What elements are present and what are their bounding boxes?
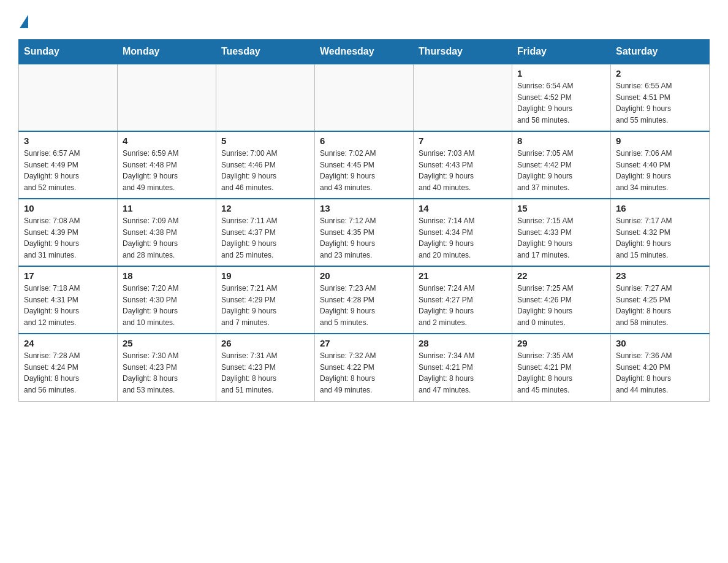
- day-number: 7: [419, 136, 507, 146]
- day-info: Sunrise: 7:27 AMSunset: 4:25 PMDaylight:…: [616, 283, 704, 328]
- day-number: 6: [320, 136, 408, 146]
- logo-triangle-icon: [20, 15, 28, 28]
- week-row-4: 17Sunrise: 7:18 AMSunset: 4:31 PMDayligh…: [19, 266, 710, 334]
- day-number: 19: [221, 270, 309, 281]
- calendar-cell: 15Sunrise: 7:15 AMSunset: 4:33 PMDayligh…: [512, 199, 611, 266]
- day-number: 3: [24, 136, 112, 146]
- day-info: Sunrise: 7:14 AMSunset: 4:34 PMDaylight:…: [419, 215, 507, 261]
- day-info: Sunrise: 7:30 AMSunset: 4:23 PMDaylight:…: [123, 350, 211, 396]
- day-info: Sunrise: 7:32 AMSunset: 4:22 PMDaylight:…: [320, 350, 408, 396]
- day-info: Sunrise: 7:06 AMSunset: 4:40 PMDaylight:…: [616, 148, 704, 193]
- calendar-cell: 12Sunrise: 7:11 AMSunset: 4:37 PMDayligh…: [216, 199, 315, 266]
- day-info: Sunrise: 7:24 AMSunset: 4:27 PMDaylight:…: [419, 283, 507, 328]
- week-row-1: 1Sunrise: 6:54 AMSunset: 4:52 PMDaylight…: [19, 64, 710, 131]
- calendar-cell: 3Sunrise: 6:57 AMSunset: 4:49 PMDaylight…: [19, 131, 118, 199]
- calendar-cell: 7Sunrise: 7:03 AMSunset: 4:43 PMDaylight…: [414, 131, 512, 199]
- calendar-cell: 27Sunrise: 7:32 AMSunset: 4:22 PMDayligh…: [315, 334, 414, 401]
- weekday-header-sunday: Sunday: [19, 40, 118, 64]
- day-info: Sunrise: 7:36 AMSunset: 4:20 PMDaylight:…: [616, 350, 704, 396]
- day-number: 16: [616, 203, 704, 213]
- day-info: Sunrise: 7:31 AMSunset: 4:23 PMDaylight:…: [221, 350, 309, 396]
- week-row-3: 10Sunrise: 7:08 AMSunset: 4:39 PMDayligh…: [19, 199, 710, 266]
- calendar-cell: 5Sunrise: 7:00 AMSunset: 4:46 PMDaylight…: [216, 131, 315, 199]
- calendar-cell: 23Sunrise: 7:27 AMSunset: 4:25 PMDayligh…: [611, 266, 710, 334]
- day-info: Sunrise: 7:35 AMSunset: 4:21 PMDaylight:…: [517, 350, 605, 396]
- day-info: Sunrise: 7:21 AMSunset: 4:29 PMDaylight:…: [221, 283, 309, 328]
- day-number: 24: [24, 338, 112, 348]
- weekday-header-thursday: Thursday: [414, 40, 512, 64]
- weekday-header-wednesday: Wednesday: [315, 40, 414, 64]
- week-row-2: 3Sunrise: 6:57 AMSunset: 4:49 PMDaylight…: [19, 131, 710, 199]
- calendar-cell: 13Sunrise: 7:12 AMSunset: 4:35 PMDayligh…: [315, 199, 414, 266]
- day-info: Sunrise: 6:54 AMSunset: 4:52 PMDaylight:…: [517, 80, 605, 126]
- day-number: 27: [320, 338, 408, 348]
- day-number: 23: [616, 270, 704, 281]
- calendar-cell: 6Sunrise: 7:02 AMSunset: 4:45 PMDaylight…: [315, 131, 414, 199]
- week-row-5: 24Sunrise: 7:28 AMSunset: 4:24 PMDayligh…: [19, 334, 710, 401]
- day-info: Sunrise: 6:55 AMSunset: 4:51 PMDaylight:…: [616, 80, 704, 126]
- day-number: 28: [419, 338, 507, 348]
- calendar-cell: [414, 64, 512, 131]
- day-number: 14: [419, 203, 507, 213]
- weekday-header-saturday: Saturday: [611, 40, 710, 64]
- day-number: 11: [123, 203, 211, 213]
- calendar-cell: [315, 64, 414, 131]
- calendar-cell: [118, 64, 216, 131]
- day-number: 29: [517, 338, 605, 348]
- calendar-cell: 25Sunrise: 7:30 AMSunset: 4:23 PMDayligh…: [118, 334, 216, 401]
- day-number: 8: [517, 136, 605, 146]
- day-info: Sunrise: 7:28 AMSunset: 4:24 PMDaylight:…: [24, 350, 112, 396]
- calendar-table: SundayMondayTuesdayWednesdayThursdayFrid…: [18, 39, 710, 402]
- calendar-cell: [19, 64, 118, 131]
- weekday-header-friday: Friday: [512, 40, 611, 64]
- calendar-cell: 11Sunrise: 7:09 AMSunset: 4:38 PMDayligh…: [118, 199, 216, 266]
- day-info: Sunrise: 7:09 AMSunset: 4:38 PMDaylight:…: [123, 215, 211, 261]
- calendar-cell: 18Sunrise: 7:20 AMSunset: 4:30 PMDayligh…: [118, 266, 216, 334]
- day-number: 10: [24, 203, 112, 213]
- day-number: 12: [221, 203, 309, 213]
- weekday-header-row: SundayMondayTuesdayWednesdayThursdayFrid…: [19, 40, 710, 64]
- calendar-cell: 17Sunrise: 7:18 AMSunset: 4:31 PMDayligh…: [19, 266, 118, 334]
- day-info: Sunrise: 7:00 AMSunset: 4:46 PMDaylight:…: [221, 148, 309, 193]
- logo: [18, 12, 28, 28]
- day-number: 2: [616, 68, 704, 79]
- day-info: Sunrise: 7:03 AMSunset: 4:43 PMDaylight:…: [419, 148, 507, 193]
- calendar-cell: 16Sunrise: 7:17 AMSunset: 4:32 PMDayligh…: [611, 199, 710, 266]
- day-number: 20: [320, 270, 408, 281]
- calendar-cell: 24Sunrise: 7:28 AMSunset: 4:24 PMDayligh…: [19, 334, 118, 401]
- day-number: 15: [517, 203, 605, 213]
- calendar-cell: 29Sunrise: 7:35 AMSunset: 4:21 PMDayligh…: [512, 334, 611, 401]
- calendar-cell: 4Sunrise: 6:59 AMSunset: 4:48 PMDaylight…: [118, 131, 216, 199]
- day-info: Sunrise: 7:23 AMSunset: 4:28 PMDaylight:…: [320, 283, 408, 328]
- calendar-cell: 20Sunrise: 7:23 AMSunset: 4:28 PMDayligh…: [315, 266, 414, 334]
- day-info: Sunrise: 7:18 AMSunset: 4:31 PMDaylight:…: [24, 283, 112, 328]
- day-info: Sunrise: 7:12 AMSunset: 4:35 PMDaylight:…: [320, 215, 408, 261]
- calendar-cell: 9Sunrise: 7:06 AMSunset: 4:40 PMDaylight…: [611, 131, 710, 199]
- calendar-cell: 19Sunrise: 7:21 AMSunset: 4:29 PMDayligh…: [216, 266, 315, 334]
- calendar-cell: [216, 64, 315, 131]
- day-info: Sunrise: 7:05 AMSunset: 4:42 PMDaylight:…: [517, 148, 605, 193]
- calendar-cell: 8Sunrise: 7:05 AMSunset: 4:42 PMDaylight…: [512, 131, 611, 199]
- day-number: 22: [517, 270, 605, 281]
- day-info: Sunrise: 7:15 AMSunset: 4:33 PMDaylight:…: [517, 215, 605, 261]
- day-number: 4: [123, 136, 211, 146]
- day-info: Sunrise: 6:57 AMSunset: 4:49 PMDaylight:…: [24, 148, 112, 193]
- calendar-cell: 10Sunrise: 7:08 AMSunset: 4:39 PMDayligh…: [19, 199, 118, 266]
- page-header: [18, 12, 710, 28]
- day-number: 13: [320, 203, 408, 213]
- calendar-cell: 28Sunrise: 7:34 AMSunset: 4:21 PMDayligh…: [414, 334, 512, 401]
- day-number: 17: [24, 270, 112, 281]
- day-info: Sunrise: 6:59 AMSunset: 4:48 PMDaylight:…: [123, 148, 211, 193]
- day-number: 21: [419, 270, 507, 281]
- day-number: 30: [616, 338, 704, 348]
- day-info: Sunrise: 7:34 AMSunset: 4:21 PMDaylight:…: [419, 350, 507, 396]
- day-info: Sunrise: 7:25 AMSunset: 4:26 PMDaylight:…: [517, 283, 605, 328]
- calendar-cell: 26Sunrise: 7:31 AMSunset: 4:23 PMDayligh…: [216, 334, 315, 401]
- calendar-cell: 14Sunrise: 7:14 AMSunset: 4:34 PMDayligh…: [414, 199, 512, 266]
- day-info: Sunrise: 7:20 AMSunset: 4:30 PMDaylight:…: [123, 283, 211, 328]
- weekday-header-tuesday: Tuesday: [216, 40, 315, 64]
- day-info: Sunrise: 7:02 AMSunset: 4:45 PMDaylight:…: [320, 148, 408, 193]
- calendar-cell: 1Sunrise: 6:54 AMSunset: 4:52 PMDaylight…: [512, 64, 611, 131]
- day-info: Sunrise: 7:08 AMSunset: 4:39 PMDaylight:…: [24, 215, 112, 261]
- calendar-cell: 21Sunrise: 7:24 AMSunset: 4:27 PMDayligh…: [414, 266, 512, 334]
